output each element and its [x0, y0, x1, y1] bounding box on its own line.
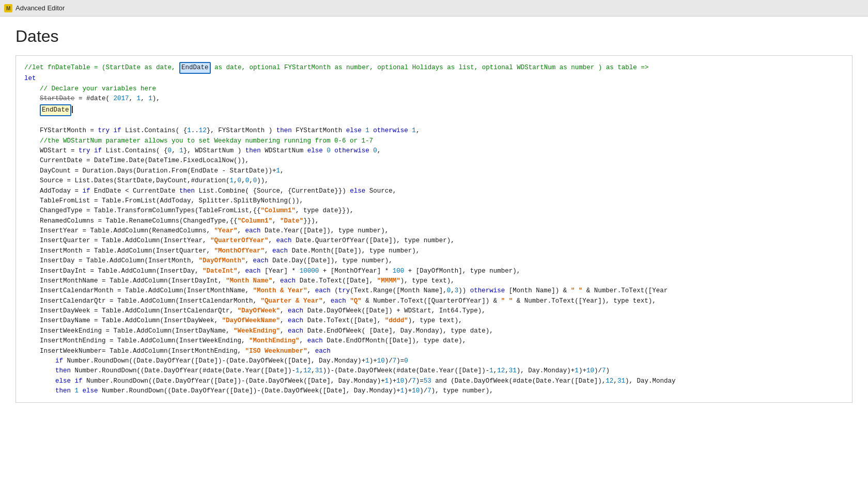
code-line-25: InsertDayWeek = Table.AddColumn(InsertCa… — [24, 306, 844, 316]
code-line-29: InsertWeekNumber= Table.AddColumn(Insert… — [24, 347, 844, 356]
code-line-17: InsertYear = Table.AddColumn(RenamedColu… — [24, 226, 844, 236]
code-line-12: Source = List.Dates(StartDate,DayCount,#… — [24, 176, 844, 186]
code-line-11: DayCount = Duration.Days(Duration.From(E… — [24, 166, 844, 176]
code-line-20: InsertDay = Table.AddColumn(InsertMonth,… — [24, 256, 844, 266]
code-line-1: //let fnDateTable = (StartDate as date, … — [24, 62, 844, 74]
code-editor[interactable]: //let fnDateTable = (StartDate as date, … — [16, 55, 853, 403]
code-line-13: AddToday = if EndDate < CurrentDate then… — [24, 186, 844, 196]
code-line-19: InsertMonth = Table.AddColumn(InsertQuar… — [24, 246, 844, 256]
window-title: Advanced Editor — [16, 4, 65, 12]
code-line-31: then Number.RoundDown((Date.DayOfYear(#d… — [24, 366, 844, 376]
code-line-27: InsertWeekEnding = Table.AddColumn(Inser… — [24, 326, 844, 336]
code-line-21: InsertDayInt = Table.AddColumn(InsertDay… — [24, 266, 844, 276]
code-line-22: InsertMonthName = Table.AddColumn(Insert… — [24, 276, 844, 286]
code-line-10: CurrentDate = DateTime.Date(DateTime.Fix… — [24, 156, 844, 166]
code-line-26: InsertDayName = Table.AddColumn(InsertDa… — [24, 316, 844, 326]
code-line-9: WDStart = try if List.Contains( {0, 1}, … — [24, 146, 844, 156]
page-title: Dates — [16, 27, 853, 46]
app-icon: M — [4, 4, 12, 12]
code-line-33: then 1 else Number.RoundDown((Date.DayOf… — [24, 386, 844, 396]
code-line-24: InsertCalendarQtr = Table.AddColumn(Inse… — [24, 296, 844, 306]
code-line-7: FYStartMonth = try if List.Contains( {1.… — [24, 126, 844, 136]
code-line-16: RenamedColumns = Table.RenameColumns(Cha… — [24, 216, 844, 226]
main-content: Dates //let fnDateTable = (StartDate as … — [0, 17, 868, 488]
code-line-32: else if Number.RoundDown((Date.DayOfYear… — [24, 376, 844, 386]
titlebar: M Advanced Editor — [0, 0, 868, 17]
code-line-23: InsertCalendarMonth = Table.AddColumn(In… — [24, 286, 844, 296]
code-line-2: let — [24, 74, 844, 84]
code-line-15: ChangedType = Table.TransformColumnTypes… — [24, 206, 844, 216]
code-line-5: EndDate — [24, 104, 844, 116]
code-line-4: StartDate = #date( 2017, 1, 1), — [24, 94, 844, 104]
code-line-28: InsertMonthEnding = Table.AddColumn(Inse… — [24, 336, 844, 346]
code-line-14: TableFromList = Table.FromList(AddToday,… — [24, 196, 844, 206]
code-line-3: // Declare your variables here — [24, 84, 844, 94]
code-line-30: if Number.RoundDown((Date.DayOfYear([Dat… — [24, 356, 844, 366]
code-line-18: InsertQuarter = Table.AddColumn(InsertYe… — [24, 236, 844, 246]
svg-text:M: M — [6, 6, 10, 11]
code-line-blank — [24, 116, 844, 126]
code-line-8: //the WDStartNum parameter allows you to… — [24, 136, 844, 146]
